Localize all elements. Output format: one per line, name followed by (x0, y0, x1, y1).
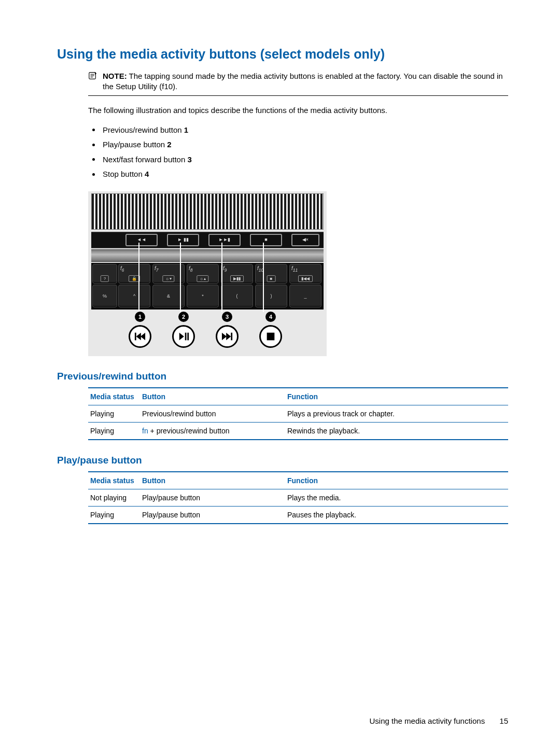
list-item: Play/pause button 2 (88, 137, 508, 152)
callout-row: 1 2 3 4 (91, 312, 324, 348)
stop-icon (259, 325, 282, 348)
function-key-row: ? f6 🔒 f7 ☼▾ f8 ☼▴ f9 ▶▮▮ f10 ■ (91, 263, 324, 310)
callout-badge: 1 (135, 312, 145, 322)
page-number: 15 (499, 716, 508, 725)
callout-badge: 2 (178, 312, 189, 322)
svg-rect-4 (135, 332, 136, 340)
col-media-status: Media status (88, 472, 140, 489)
key-under: _ (289, 285, 321, 307)
media-play-pause-icon: ► ▮▮ (167, 234, 199, 246)
note-label: NOTE: (103, 72, 127, 80)
svg-marker-7 (179, 332, 184, 340)
section-heading-previous-rewind: Previous/rewind button (57, 371, 508, 382)
key-ast: * (187, 285, 219, 307)
key-f9: f9 ▶▮▮ (221, 264, 253, 284)
footer-section-title: Using the media activity functions (370, 716, 485, 725)
col-media-status: Media status (88, 388, 140, 405)
note-icon (88, 71, 97, 80)
list-item: Next/fast forward button 3 (88, 152, 508, 167)
button-summary-list: Previous/rewind button 1 Play/pause butt… (88, 123, 508, 182)
help-icon: ? (101, 275, 109, 282)
svg-rect-8 (185, 332, 187, 340)
play-pause-table: Media status Button Function Not playing… (88, 471, 508, 524)
key-rparen: ) (255, 285, 287, 307)
intro-paragraph: The following illustration and topics de… (88, 105, 508, 116)
svg-marker-6 (141, 332, 145, 340)
brightness-down-icon: ☼▾ (162, 275, 174, 282)
note-body-text: The tapping sound made by the media acti… (103, 72, 503, 91)
note-block: NOTE: The tapping sound made by the medi… (88, 71, 508, 92)
page-heading: Using the media activity buttons (select… (57, 47, 508, 62)
table-row: Not playing Play/pause button Plays the … (88, 489, 508, 506)
key-f8: f8 ☼▴ (187, 264, 219, 284)
play-pause-icon (172, 325, 195, 348)
svg-marker-11 (226, 332, 231, 340)
key-f10: f10 ■ (255, 264, 287, 284)
key-percent: % (92, 285, 117, 307)
col-function: Function (285, 388, 508, 405)
callout-line (221, 243, 222, 312)
next-fast-forward-icon (216, 325, 239, 348)
note-text: NOTE: The tapping sound made by the medi… (103, 71, 508, 92)
media-button-bar: ◄◄ ► ▮▮ ►►▮ ■ ◀× (91, 232, 324, 248)
media-next-icon: ►►▮ (208, 234, 241, 246)
hinge-bar (91, 249, 324, 262)
speaker-grille (91, 193, 324, 230)
keyboard-illustration: ◄◄ ► ▮▮ ►►▮ ■ ◀× ? f6 🔒 f7 ☼▾ f8 ☼▴ (88, 191, 327, 356)
media-prev-icon: ◄◄ (125, 234, 158, 246)
svg-marker-10 (222, 332, 227, 340)
list-item: Previous/rewind button 1 (88, 123, 508, 138)
page-footer: Using the media activity functions 15 (370, 716, 508, 725)
note-divider (88, 95, 508, 96)
callout-badge: 4 (265, 312, 276, 322)
svg-rect-12 (231, 332, 232, 340)
col-function: Function (285, 472, 508, 489)
key-f6: f6 🔒 (118, 264, 150, 284)
media-stop-icon: ■ (250, 234, 282, 246)
callout-line (138, 243, 139, 312)
key-f11: f11 ▮◀◀ (289, 264, 321, 284)
previous-rewind-icon (129, 325, 151, 348)
table-row: Playing fn + previous/rewind button Rewi… (88, 422, 508, 440)
prev-track-icon: ▮◀◀ (298, 275, 313, 282)
callout-line (263, 243, 264, 312)
media-mute-icon: ◀× (291, 234, 319, 246)
list-item: Stop button 4 (88, 167, 508, 182)
key-f5: ? (92, 264, 117, 284)
play-pause-icon: ▶▮▮ (230, 275, 244, 282)
svg-rect-13 (267, 332, 275, 340)
svg-rect-9 (187, 332, 189, 340)
callout-badge: 3 (222, 312, 232, 322)
stop-icon: ■ (267, 275, 276, 282)
col-button: Button (140, 388, 285, 405)
brightness-up-icon: ☼▴ (197, 275, 208, 282)
section-heading-play-pause: Play/pause button (57, 455, 508, 466)
callout-line (180, 243, 181, 312)
key-caret: ^ (118, 285, 150, 307)
previous-rewind-table: Media status Button Function Playing Pre… (88, 387, 508, 440)
table-row: Playing Previous/rewind button Plays a p… (88, 405, 508, 422)
svg-marker-5 (136, 332, 141, 340)
table-row: Playing Play/pause button Pauses the pla… (88, 506, 508, 524)
key-lparen: ( (221, 285, 253, 307)
col-button: Button (140, 472, 285, 489)
